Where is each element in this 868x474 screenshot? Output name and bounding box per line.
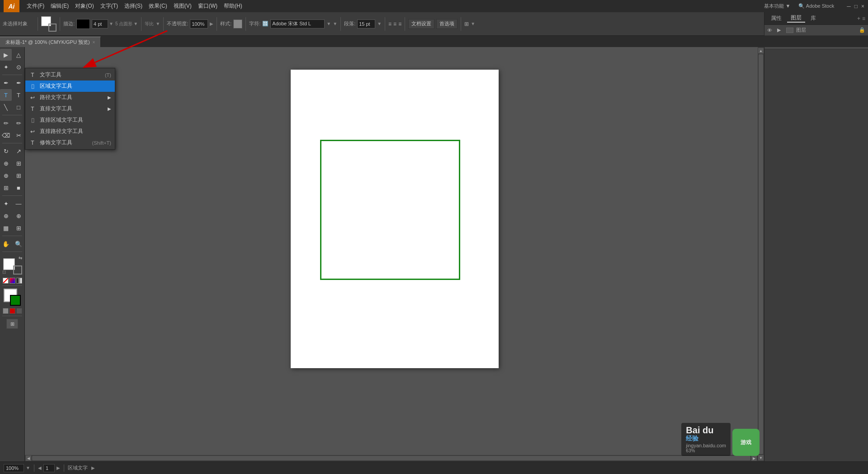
zoom-tool[interactable]: 🔍: [13, 238, 24, 250]
lasso-tool[interactable]: ⊙: [13, 61, 24, 73]
align-left-btn[interactable]: ≡: [388, 21, 392, 27]
menu-effect[interactable]: 效果(C): [146, 1, 170, 11]
graph-tool[interactable]: ▦: [0, 222, 12, 234]
opacity-arrow[interactable]: ▶: [210, 21, 213, 26]
title-bar-search[interactable]: 🔍 Adobe Stock: [798, 3, 834, 9]
gpu-mode-btn[interactable]: [16, 308, 22, 314]
tab-close-btn[interactable]: ×: [93, 40, 95, 45]
brush-dropdown-label[interactable]: 5 点圆形: [115, 21, 132, 27]
paintbrush-tool[interactable]: ✏: [0, 117, 12, 129]
mask-mode-btn[interactable]: [9, 308, 15, 314]
new-layer-icon[interactable]: +: [857, 15, 860, 22]
measure-tool[interactable]: —: [13, 198, 24, 209]
doc-settings-btn[interactable]: 文档设置: [408, 19, 434, 29]
layers-tab[interactable]: 图层: [787, 14, 805, 23]
selection-tool[interactable]: ▶: [0, 49, 12, 61]
pencil-tool[interactable]: ✏: [13, 117, 24, 129]
swap-colors-icon[interactable]: ⇆: [19, 256, 22, 261]
gradient-tool[interactable]: ■: [13, 182, 24, 194]
type-tool[interactable]: T: [0, 89, 12, 101]
align-right-btn[interactable]: ≡: [398, 21, 401, 27]
blend-tool[interactable]: ⊕: [0, 210, 12, 222]
green-rectangle[interactable]: [320, 140, 460, 280]
flyout-item-vertical-path-type[interactable]: ↩ 直排路径文字工具: [25, 126, 115, 137]
window-restore[interactable]: □: [854, 3, 858, 9]
zoom-input[interactable]: [4, 464, 24, 472]
shape-builder-tool[interactable]: ⊕: [0, 170, 12, 181]
menu-help[interactable]: 帮助(H): [221, 1, 245, 11]
flyout-item-type-tool[interactable]: T 文字工具 (T): [25, 69, 115, 81]
line-tool[interactable]: ╲: [0, 101, 12, 113]
stroke-color-box[interactable]: [13, 265, 22, 275]
touch-type-tool[interactable]: T: [13, 89, 24, 101]
scale-tool[interactable]: ↗: [13, 145, 24, 157]
arrange-dropdown[interactable]: ▼: [471, 21, 475, 26]
active-tab[interactable]: 未标题-1* @ 100% (CMYK/GPU 预览) ×: [0, 37, 101, 47]
perspective-tool[interactable]: ⊞: [13, 170, 24, 181]
font-style-arrow2[interactable]: ▼: [333, 21, 337, 26]
scroll-left-btn[interactable]: ◀: [26, 455, 31, 461]
curvature-tool[interactable]: ✒: [13, 77, 24, 89]
gradient-swatch[interactable]: [16, 278, 22, 284]
scissors-tool[interactable]: ✂: [13, 129, 24, 141]
font-style-arrow[interactable]: ▼: [326, 21, 331, 26]
rotate-tool[interactable]: ↻: [0, 145, 12, 157]
free-transform-tool[interactable]: ⊞: [13, 157, 24, 169]
menu-view[interactable]: 视图(V): [171, 1, 194, 11]
menu-type[interactable]: 文字(T): [98, 1, 121, 11]
panel-menu-icon[interactable]: ≡: [862, 15, 865, 22]
flyout-item-path-type[interactable]: ↩ 路径文字工具 ▶: [25, 92, 115, 103]
symbol-tool[interactable]: ⊕: [13, 210, 24, 222]
direct-selection-tool[interactable]: △: [13, 49, 24, 61]
flyout-item-vertical-type[interactable]: T 直排文字工具 ▶: [25, 103, 115, 114]
warp-tool[interactable]: ⊕: [0, 157, 12, 169]
align-center-btn[interactable]: ≡: [393, 21, 396, 27]
font-size-input[interactable]: [357, 19, 375, 28]
normal-mode-btn[interactable]: [3, 308, 9, 314]
eraser-tool[interactable]: ⌫: [0, 129, 12, 141]
brush-arrow[interactable]: ▼: [133, 21, 138, 26]
menu-window[interactable]: 窗口(W): [195, 1, 220, 11]
status-expand-btn[interactable]: ▶: [91, 465, 95, 470]
menu-select[interactable]: 选择(S): [122, 1, 145, 11]
default-colors-icon[interactable]: ⊡: [2, 270, 6, 275]
page-input[interactable]: [43, 464, 55, 472]
scroll-thumb[interactable]: [759, 54, 763, 454]
menu-file[interactable]: 文件(F): [24, 1, 47, 11]
eyedropper-tool[interactable]: ✦: [0, 198, 12, 209]
menu-object[interactable]: 对象(O): [72, 1, 96, 11]
flyout-item-touch-type[interactable]: T 修饰文字工具 (Shift+T): [25, 137, 115, 148]
preferences-btn[interactable]: 首选项: [436, 19, 458, 29]
font-size-arrow[interactable]: ▼: [377, 21, 382, 26]
mesh-tool[interactable]: ⊞: [0, 182, 12, 194]
arrange-icon[interactable]: ⊞: [464, 21, 469, 27]
color-swatch[interactable]: [9, 278, 15, 284]
ratio-arrow[interactable]: ▼: [156, 21, 160, 26]
shape-tool[interactable]: □: [13, 101, 24, 113]
stroke-color[interactable]: [48, 24, 57, 32]
flyout-item-area-type[interactable]: ⌷ 区域文字工具: [25, 81, 115, 92]
pen-tool[interactable]: ✒: [0, 77, 12, 89]
horizontal-thumb[interactable]: [32, 456, 750, 460]
search-bar[interactable]: 基本功能 ▼: [764, 3, 790, 9]
zoom-down-arrow[interactable]: ▼: [26, 465, 30, 470]
opacity-input[interactable]: [190, 19, 208, 28]
flyout-item-vertical-area-type[interactable]: ⌷ 直排区域文字工具: [25, 114, 115, 126]
prev-page-btn[interactable]: ◀: [38, 465, 42, 470]
menu-edit[interactable]: 编辑(E): [48, 1, 71, 11]
next-page-btn[interactable]: ▶: [57, 465, 60, 470]
libraries-tab[interactable]: 库: [807, 14, 820, 22]
properties-tab[interactable]: 属性: [767, 14, 785, 22]
stroke-width-input[interactable]: [92, 19, 108, 28]
scroll-right-btn[interactable]: ▶: [751, 455, 757, 461]
hand-tool[interactable]: ✋: [0, 238, 12, 250]
style-preview[interactable]: [233, 19, 242, 28]
artboard-tool[interactable]: ⊞: [13, 222, 24, 234]
window-close[interactable]: ×: [861, 3, 864, 9]
magic-wand-tool[interactable]: ✦: [0, 61, 12, 73]
none-swatch[interactable]: [3, 278, 9, 284]
window-minimize[interactable]: ─: [847, 3, 851, 9]
stroke-swatch[interactable]: [76, 19, 90, 29]
big-stroke-swatch[interactable]: [10, 295, 21, 306]
font-family-input[interactable]: [270, 19, 325, 28]
